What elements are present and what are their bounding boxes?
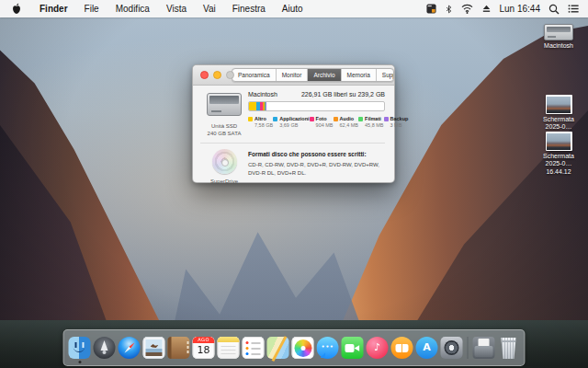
dock-contacts-icon[interactable] [168,337,190,359]
dock-itunes-icon[interactable]: ♪ [367,337,389,359]
wifi-icon[interactable] [461,4,473,14]
desktop-icon-label: Macintosh [544,42,573,50]
dock-notes-icon[interactable] [218,337,240,359]
menu-items: FinderFileModificaVistaVaiFinestraAiuto [31,0,311,17]
bluetooth-icon[interactable] [445,4,453,15]
menu-item-file[interactable]: File [76,0,107,17]
formats-column: Formati disco che possono essere scritti… [248,148,385,184]
notification-center-icon[interactable] [568,4,579,14]
running-indicator [78,361,81,363]
superdrive-column: SuperDrive [200,148,248,184]
screenshot-thumbnail [546,95,572,114]
input-source-icon[interactable] [426,4,436,14]
storage-legend: Altro7,58 GBApplicazioni3,69 GBFoto904 M… [248,116,385,128]
formats-heading: Formati disco che possono essere scritti… [248,151,385,157]
tab-panoramica[interactable]: Panoramica [232,69,277,81]
legend-swatch [273,117,277,121]
storage-detail-column: Macintosh 226,91 GB liberi su 239,2 GB A… [248,91,385,137]
dock-maps-icon[interactable] [267,337,289,359]
menu-item-finestra[interactable]: Finestra [224,0,274,17]
bar-segment-backup [266,102,266,110]
dock-ibooks-icon[interactable] [391,337,413,359]
legend-swatch [248,117,253,121]
dock-downloads-icon[interactable] [473,337,495,359]
menu-bar-status: Lun 16:44 [426,4,588,15]
hard-drive-icon [544,24,573,40]
dock: AGO18•••♪A [63,329,526,366]
tab-archivio[interactable]: Archivio [308,69,341,81]
close-button[interactable] [200,71,209,79]
desktop: FinderFileModificaVistaVaiFinestraAiuto … [0,0,588,368]
tab-monitor[interactable]: Monitor [277,69,309,81]
legend-swatch [310,117,314,121]
eject-icon[interactable] [481,4,492,14]
section-divider [200,143,385,144]
legend-filmati: Filmati45,8 MB [358,116,383,128]
legend-applicazioni: Applicazioni3,69 GB [273,116,309,128]
legend-swatch [358,117,363,121]
internal-disk-column: Unità SSD 240 GB SATA [200,91,248,137]
legend-altro: Altro7,58 GB [248,116,273,128]
dock-divider [468,337,469,359]
desktop-icon-label: Schermata2025-0…16.44.12 [533,153,584,176]
superdrive-row: SuperDrive Formati disco che possono ess… [200,148,385,184]
minimize-button[interactable] [213,71,221,79]
bar-segment-altro [249,102,256,110]
volume-name: Macintosh [248,91,277,98]
storage-usage-bar [248,101,385,111]
window-tabs: PanoramicaMonitorArchivioMemoriaSupporto… [232,68,394,82]
legend-audio: Audio62,4 MB [334,116,358,128]
window-titlebar[interactable]: PanoramicaMonitorArchivioMemoriaSupporto… [193,65,394,86]
dock-facetime-icon[interactable] [342,337,364,359]
tab-memoria[interactable]: Memoria [342,69,377,81]
legend-foto: Foto904 MB [310,116,334,128]
dock-photos-icon[interactable] [292,337,314,359]
dock-sysprefs-icon[interactable] [441,337,463,359]
dock-trash-icon[interactable] [498,337,520,359]
desktop-icon-macintosh[interactable]: Macintosh [533,24,584,50]
legend-swatch [384,117,389,121]
disk-caption: Unità SSD 240 GB SATA [208,122,242,137]
menu-bar-clock[interactable]: Lun 16:44 [500,4,541,14]
menu-bar: FinderFileModificaVistaVaiFinestraAiuto … [0,0,588,17]
superdrive-label: SuperDrive [210,178,238,184]
tab-supporto[interactable]: Supporto [377,69,394,81]
dock-messages-icon[interactable]: ••• [317,337,339,359]
spotlight-icon[interactable] [548,4,560,15]
desktop-icon-screenshot-2[interactable]: Schermata2025-0…16.44.12 [533,132,584,176]
window-controls [200,65,234,85]
dock-launchpad-icon[interactable] [94,337,116,359]
menu-item-vai[interactable]: Vai [195,0,224,17]
about-this-mac-window: PanoramicaMonitorArchivioMemoriaSupporto… [192,64,395,183]
dock-safari-icon[interactable] [119,337,141,359]
menu-item-modifica[interactable]: Modifica [107,0,158,17]
dock-mail-icon[interactable] [143,337,165,359]
storage-row: Unità SSD 240 GB SATA Macintosh 226,91 G… [200,91,385,137]
screenshot-thumbnail [546,132,572,151]
zoom-button-disabled [226,71,234,79]
dock-appstore-icon[interactable]: A [416,337,438,359]
dock-reminders-icon[interactable] [243,337,265,359]
formats-list: CD-R, CD-RW, DVD-R, DVD+R, DVD-RW, DVD+R… [248,161,385,177]
apple-icon [11,3,22,16]
dock-calendar-icon[interactable]: AGO18 [193,337,215,359]
legend-backup: Backup3 MB [384,116,409,128]
internal-drive-icon [207,93,242,116]
legend-swatch [334,117,338,121]
apple-menu[interactable] [0,3,31,16]
dock-finder-icon[interactable] [69,337,91,359]
menu-item-vista[interactable]: Vista [158,0,195,17]
window-body: Unità SSD 240 GB SATA Macintosh 226,91 G… [193,86,394,190]
menu-item-finder[interactable]: Finder [31,0,76,17]
menu-item-aiuto[interactable]: Aiuto [274,0,311,17]
cd-disc-icon [212,149,237,174]
free-space-text: 226,91 GB liberi su 239,2 GB [301,91,385,98]
